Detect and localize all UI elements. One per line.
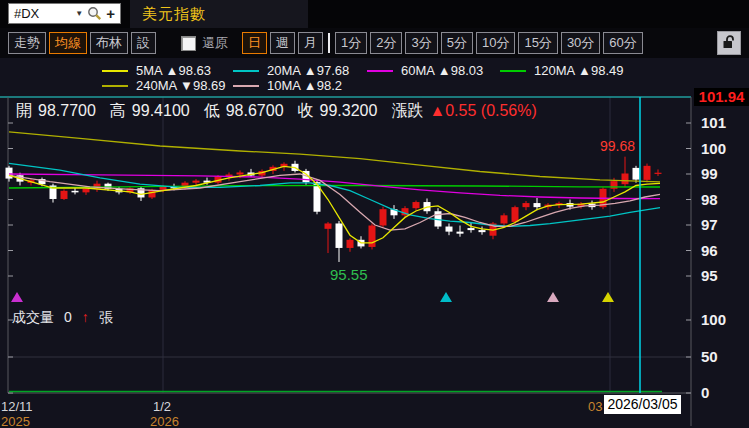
- legend-text-10MA: 10MA ▲98.2: [267, 78, 342, 93]
- legend-text-240MA: 240MA ▼98.69: [136, 78, 225, 93]
- tab-instrument[interactable]: 美元指數: [130, 0, 308, 28]
- unlock-icon: [721, 34, 737, 53]
- volume-value: 0: [64, 309, 72, 327]
- legend-item-20MA: 20MA ▲97.68: [233, 63, 349, 78]
- tool-button-走勢[interactable]: 走勢: [8, 32, 46, 54]
- date-tooltip: 2026/03/05: [604, 395, 681, 414]
- restore-label: 還原: [202, 34, 228, 52]
- legend-text-20MA: 20MA ▲97.68: [267, 63, 349, 78]
- legend-item-240MA: 240MA ▼98.69: [102, 78, 225, 93]
- interval-button-3分[interactable]: 3分: [405, 32, 437, 54]
- interval-button-10分[interactable]: 10分: [476, 32, 515, 54]
- tab-title: 美元指數: [142, 5, 206, 22]
- volume-unit: 張: [99, 309, 113, 327]
- change-label: 漲跌: [391, 102, 423, 119]
- price-tick-99: 99: [701, 165, 718, 182]
- view-button-group: 走勢均線布林設: [8, 32, 159, 54]
- volume-label: 成交量: [12, 309, 54, 327]
- price-tick-96: 96: [701, 242, 718, 259]
- price-tick-98: 98: [701, 191, 718, 208]
- period-button-日[interactable]: 日: [242, 32, 267, 54]
- symbol-input[interactable]: #DX: [9, 6, 71, 21]
- high-value: 99.4100: [132, 102, 190, 119]
- x-year-label-2026: 2026: [150, 414, 179, 428]
- axis-top-price-label: 101.94: [694, 88, 749, 106]
- x-label-1/2: 1/2: [153, 399, 171, 414]
- period-button-月[interactable]: 月: [298, 32, 323, 54]
- interval-button-60分[interactable]: 60分: [603, 32, 642, 54]
- legend-text-120MA: 120MA ▲98.49: [534, 63, 623, 78]
- legend-item-60MA: 60MA ▲98.03: [367, 63, 483, 78]
- legend-text-60MA: 60MA ▲98.03: [401, 63, 483, 78]
- legend-text-5MA: 5MA ▲98.63: [136, 63, 211, 78]
- annotation-high: 99.68: [600, 138, 635, 154]
- legend-item-120MA: 120MA ▲98.49: [500, 63, 623, 78]
- interval-button-2分[interactable]: 2分: [370, 32, 402, 54]
- add-symbol-button[interactable]: +: [102, 5, 120, 22]
- search-icon[interactable]: [87, 6, 102, 21]
- open-value: 98.7700: [38, 102, 96, 119]
- legend-swatch-5MA: [102, 70, 128, 72]
- ohlc-info: 開98.7700高99.4100低98.6700收99.3200漲跌▲0.55 …: [16, 101, 551, 122]
- lock-button[interactable]: [717, 31, 741, 55]
- minute-button-group: 1分2分3分5分10分15分30分60分: [335, 32, 646, 54]
- low-label: 低: [204, 102, 220, 119]
- close-label: 收: [298, 102, 314, 119]
- volume-info: 成交量 0 ↑ 張: [12, 309, 113, 327]
- high-label: 高: [110, 102, 126, 119]
- volume-up-arrow-icon: ↑: [82, 309, 89, 327]
- interval-button-30分[interactable]: 30分: [561, 32, 600, 54]
- legend-swatch-10MA: [233, 85, 259, 87]
- change-value: ▲0.55 (0.56%): [429, 102, 536, 119]
- symbol-search-box[interactable]: #DX ▼ +: [8, 3, 121, 24]
- volume-tick-100: 100: [701, 311, 726, 328]
- low-value: 98.6700: [226, 102, 284, 119]
- topbar: #DX ▼ + 美元指數: [0, 0, 749, 28]
- price-tick-95: 95: [701, 267, 718, 284]
- annotation-low: 95.55: [330, 266, 368, 283]
- tool-button-布林[interactable]: 布林: [90, 32, 128, 54]
- legend-swatch-20MA: [233, 70, 259, 72]
- interval-button-15分[interactable]: 15分: [518, 32, 557, 54]
- toolbar-separator: [328, 33, 330, 53]
- interval-button-5分[interactable]: 5分: [441, 32, 473, 54]
- chart-region: 5MA ▲98.6320MA ▲97.6860MA ▲98.03120MA ▲9…: [0, 58, 749, 428]
- x-label-03: 03: [588, 399, 602, 414]
- price-tick-100: 100: [701, 140, 726, 157]
- x-year-label-2025: 2025: [1, 414, 30, 428]
- toolbar: 走勢均線布林設 還原 日週月 1分2分3分5分10分15分30分60分: [0, 28, 749, 58]
- legend-swatch-120MA: [500, 70, 526, 72]
- period-button-週[interactable]: 週: [270, 32, 295, 54]
- open-label: 開: [16, 102, 32, 119]
- legend-swatch-240MA: [102, 85, 128, 87]
- interval-button-1分[interactable]: 1分: [335, 32, 367, 54]
- chart-app: #DX ▼ + 美元指數 走勢均線布林設 還原 日週月 1分2分3分5分10分1…: [0, 0, 749, 428]
- legend-item-5MA: 5MA ▲98.63: [102, 63, 211, 78]
- volume-tick-0: 0: [701, 384, 709, 401]
- restore-checkbox[interactable]: [181, 36, 196, 51]
- volume-tick-50: 50: [701, 348, 718, 365]
- close-value: 99.3200: [320, 102, 378, 119]
- tool-button-設[interactable]: 設: [131, 32, 156, 54]
- dropdown-caret-icon[interactable]: ▼: [71, 9, 87, 18]
- x-label-12/11: 12/11: [1, 399, 33, 414]
- price-tick-97: 97: [701, 216, 718, 233]
- price-tick-101: 101: [701, 114, 726, 131]
- legend-swatch-60MA: [367, 70, 393, 72]
- legend-item-10MA: 10MA ▲98.2: [233, 78, 342, 93]
- period-button-group: 日週月: [242, 32, 326, 54]
- tool-button-均線[interactable]: 均線: [49, 32, 87, 54]
